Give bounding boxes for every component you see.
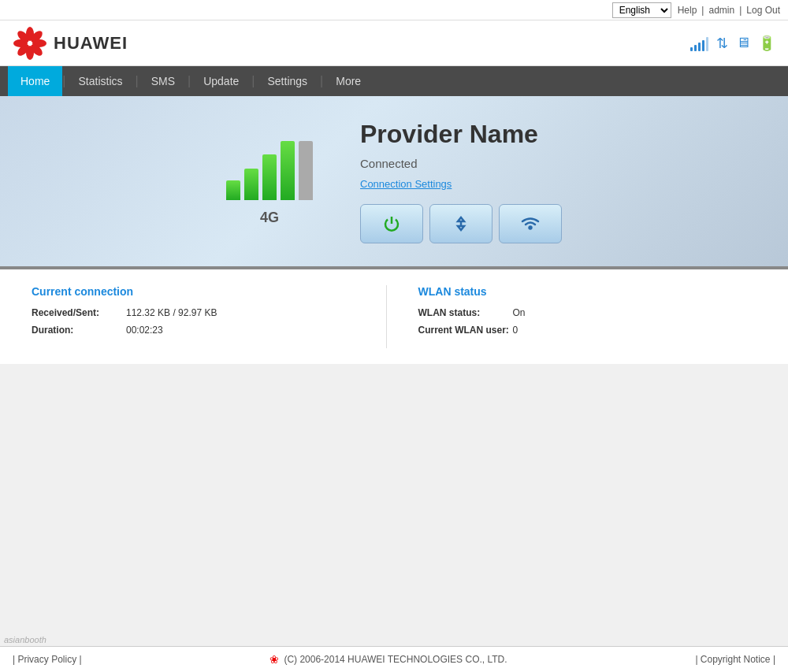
language-select[interactable]: EnglishChineseFrenchGermanSpanish [612,2,671,18]
signal-bar-5 [299,141,313,200]
current-connection-panel: Current connection Received/Sent: 112.32… [32,285,387,348]
signal-bar-2 [244,169,258,200]
received-sent-value: 112.32 KB / 92.97 KB [126,307,217,318]
wlan-status-row: WLAN status: On [418,307,757,318]
provider-name: Provider Name [360,120,562,149]
battery-icon: 🔋 [758,35,775,52]
nav-item-settings[interactable]: Settings [255,66,321,96]
connection-status: Connected [360,157,562,170]
received-sent-row: Received/Sent: 112.32 KB / 92.97 KB [32,307,370,318]
admin-link[interactable]: admin [708,5,734,16]
logout-link[interactable]: Log Out [746,5,780,16]
navigation: Home | Statistics | SMS | Update | Setti… [0,66,788,96]
signal-bar-1 [226,180,240,200]
brand-name: HUAWEI [54,33,128,54]
received-sent-label: Received/Sent: [32,307,126,318]
info-section: Current connection Received/Sent: 112.32… [0,269,788,364]
duration-label: Duration: [32,325,126,336]
nav-item-statistics[interactable]: Statistics [66,66,136,96]
signal-display: 4G [226,137,313,226]
wlan-user-value: 0 [513,325,519,336]
header: HUAWEI ⇅ 🖥 🔋 [0,20,788,66]
hero-section: 4G Provider Name Connected Connection Se… [0,96,788,269]
wlan-user-label: Current WLAN user: [418,325,513,336]
monitor-icon: 🖥 [736,35,750,51]
huawei-flower-logo [13,26,47,61]
wlan-status-label: WLAN status: [418,307,513,318]
nav-item-sms[interactable]: SMS [139,66,188,96]
connection-settings-link[interactable]: Connection Settings [360,178,562,190]
header-icons: ⇅ 🖥 🔋 [690,35,775,52]
nav-item-update[interactable]: Update [191,66,251,96]
wlan-status-panel: WLAN status WLAN status: On Current WLAN… [387,285,757,348]
connection-info: Provider Name Connected Connection Setti… [360,120,562,243]
nav-item-more[interactable]: More [323,66,374,96]
top-bar: EnglishChineseFrenchGermanSpanish Help |… [0,0,788,20]
action-buttons [360,204,562,243]
wlan-user-row: Current WLAN user: 0 [418,325,757,336]
wifi-button[interactable] [499,204,562,243]
signal-strength-icon [690,35,708,51]
top-links: Help | admin | Log Out [678,5,780,16]
data-transfer-icon: ⇅ [716,35,728,52]
wlan-status-value: On [513,307,526,318]
data-connection-button[interactable] [429,204,492,243]
signal-bar-4 [281,141,295,200]
help-link[interactable]: Help [678,5,697,16]
wlan-status-title: WLAN status [418,285,757,298]
svg-point-9 [530,226,532,228]
current-connection-title: Current connection [32,285,370,298]
network-type-label: 4G [260,210,279,226]
logo-area: HUAWEI [13,26,128,61]
signal-bar-3 [262,154,277,200]
hero-signal-bars [226,137,313,200]
nav-item-home[interactable]: Home [8,66,62,96]
duration-value: 00:02:23 [126,325,163,336]
power-button[interactable] [360,204,423,243]
duration-row: Duration: 00:02:23 [32,325,370,336]
